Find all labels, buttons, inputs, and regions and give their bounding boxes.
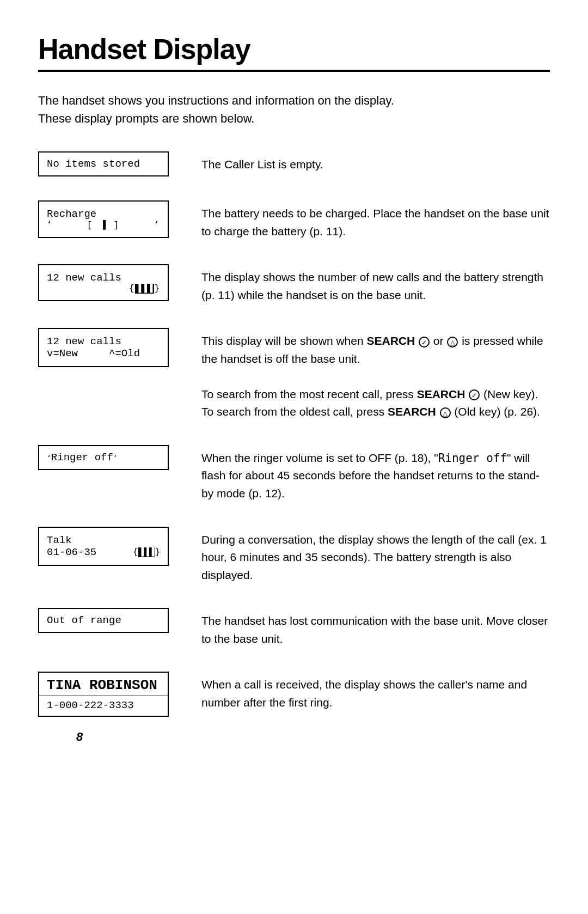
search-up-icon: △ <box>447 337 458 348</box>
recharge-tick-right: ʻ <box>154 220 160 230</box>
table-row: 12 new calls {▐▐▐} The display shows the… <box>38 264 550 328</box>
description-cell: The handset has lost communication with … <box>201 608 550 672</box>
title-divider <box>38 70 550 72</box>
lcd-display-no-items: No items stored <box>38 151 169 176</box>
table-row: Recharge ʻ [ ▐ ] ʻ The battery needs to … <box>38 200 550 264</box>
description-cell: The battery needs to be charged. Place t… <box>201 200 550 264</box>
search-up-icon-2: △ <box>440 407 451 418</box>
display-cell: No items stored <box>38 151 201 200</box>
table-row: Out of range The handset has lost commun… <box>38 608 550 672</box>
display-cell: Talk 01-06-35 {▐▐▐} <box>38 527 201 608</box>
page-title: Handset Display <box>38 33 550 65</box>
description-cell: This display will be shown when SEARCH ✓… <box>201 328 550 445</box>
lcd-line-2: v=New ^=Old <box>47 348 160 359</box>
display-cell: 12 new calls v=New ^=Old <box>38 328 201 445</box>
display-examples-table: No items stored The Caller List is empty… <box>38 151 550 741</box>
table-row: No items stored The Caller List is empty… <box>38 151 550 200</box>
lcd-display-out-of-range: Out of range <box>38 608 169 633</box>
description-cell: The Caller List is empty. <box>201 151 550 200</box>
lcd-line: Out of range <box>47 614 160 626</box>
display-cell: ʻRinger offʻ <box>38 445 201 527</box>
display-cell: Recharge ʻ [ ▐ ] ʻ <box>38 200 201 264</box>
lcd-display-new-calls-search: 12 new calls v=New ^=Old <box>38 328 169 367</box>
caller-number: 1-000-222-3333 <box>39 696 168 716</box>
lcd-line: No items stored <box>47 158 160 170</box>
table-row: Talk 01-06-35 {▐▐▐} During a conversatio… <box>38 527 550 608</box>
search-down-icon: ✓ <box>419 337 430 348</box>
page-number: 8 <box>76 730 588 744</box>
lcd-battery-blocks: {▐▐▐} <box>47 284 160 294</box>
lcd-display-caller-id: TINA ROBINSON 1-000-222-3333 <box>38 672 169 717</box>
lcd-line: Recharge <box>47 208 160 220</box>
table-row: ʻRinger offʻ When the ringer volume is s… <box>38 445 550 527</box>
lcd-display-ringer-off: ʻRinger offʻ <box>38 445 169 470</box>
bold-search-2: SEARCH <box>417 388 465 400</box>
lcd-line: 12 new calls <box>47 336 160 348</box>
recharge-tick-left: ʻ <box>47 220 53 230</box>
lcd-talk-timer: 01-06-35 {▐▐▐} <box>47 546 160 558</box>
bold-search: SEARCH <box>366 334 415 347</box>
display-cell: 12 new calls {▐▐▐} <box>38 264 201 328</box>
code-ringer-off: Ringer off <box>438 452 507 465</box>
recharge-battery: [ ▐ ] <box>87 220 120 230</box>
recharge-indicator-row: ʻ [ ▐ ] ʻ <box>47 220 160 230</box>
search-down-icon-2: ✓ <box>469 389 480 400</box>
description-cell: When the ringer volume is set to OFF (p.… <box>201 445 550 527</box>
table-row: 12 new calls v=New ^=Old This display wi… <box>38 328 550 445</box>
display-cell: Out of range <box>38 608 201 672</box>
talk-battery: {▐▐▐} <box>133 547 160 557</box>
caller-name: TINA ROBINSON <box>39 673 168 696</box>
bold-search-3: SEARCH <box>388 405 436 418</box>
lcd-line: 12 new calls <box>47 272 160 284</box>
lcd-display-recharge: Recharge ʻ [ ▐ ] ʻ <box>38 200 169 238</box>
intro-text: The handset shows you instructions and i… <box>38 92 550 127</box>
description-cell: The display shows the number of new call… <box>201 264 550 328</box>
lcd-display-talk: Talk 01-06-35 {▐▐▐} <box>38 527 169 566</box>
lcd-talk-label: Talk <box>47 534 160 546</box>
lcd-line: ʻRinger offʻ <box>47 452 160 464</box>
lcd-display-new-calls-base: 12 new calls {▐▐▐} <box>38 264 169 301</box>
description-cell: During a conversation, the display shows… <box>201 527 550 608</box>
